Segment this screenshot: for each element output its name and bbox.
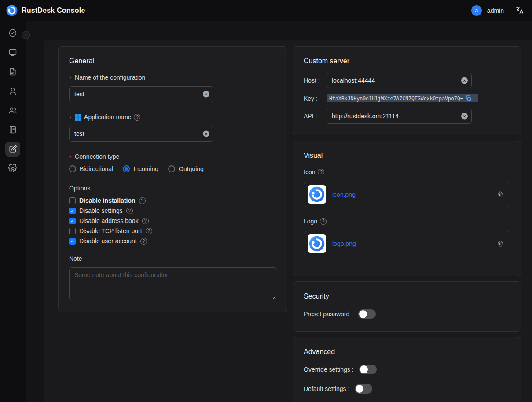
brand: RustDesk Console	[6, 5, 85, 16]
checkbox-disable-settings[interactable]: Disable settings	[69, 207, 276, 214]
icon-file-link[interactable]: icon.png	[332, 191, 356, 198]
api-label: API :	[304, 113, 327, 120]
checkbox-icon	[69, 228, 76, 234]
preset-password-toggle[interactable]	[358, 309, 376, 319]
note-textarea[interactable]	[69, 267, 276, 300]
key-label: Key :	[304, 95, 327, 102]
dashboard-icon	[8, 29, 17, 37]
clear-api-icon[interactable]	[461, 113, 468, 120]
connection-type-label: Connection type	[69, 153, 276, 160]
name-config-input[interactable]	[69, 86, 213, 102]
override-settings-toggle[interactable]	[359, 365, 377, 374]
sidebar-item-documents[interactable]	[5, 64, 20, 79]
options-list: Disable installation Disable settings Di…	[69, 197, 276, 245]
clear-name-icon[interactable]	[203, 91, 209, 98]
sidebar-expand-button[interactable]	[22, 31, 30, 39]
security-title: Security	[304, 292, 510, 300]
default-settings-label: Default settings :	[304, 385, 349, 392]
avatar[interactable]: a	[471, 5, 482, 16]
logo-thumbnail	[308, 234, 326, 253]
logo-file-box: logo.png	[304, 231, 510, 256]
sidebar-item-custom-clients[interactable]	[5, 142, 20, 157]
radio-icon	[168, 165, 175, 172]
edit-icon	[8, 145, 17, 153]
disable-user-account-help-icon[interactable]	[140, 238, 147, 245]
groups-icon	[8, 106, 17, 115]
main-content: General Name of the configuration	[26, 21, 532, 402]
delete-logo-trash-icon[interactable]	[497, 240, 504, 247]
content-panel: General Name of the configuration	[44, 40, 532, 402]
key-field: HtaXBkJNHyn0e1U1jWXze7A7CN7QTGWqxkOtpaVp…	[327, 94, 478, 102]
user-icon	[8, 87, 17, 95]
sidebar-item-dashboard[interactable]	[5, 26, 20, 40]
checkbox-disable-address-book[interactable]: Disable address book	[69, 217, 276, 224]
disable-address-book-help-icon[interactable]	[142, 218, 149, 224]
application-name-input[interactable]	[69, 126, 213, 142]
default-settings-toggle[interactable]	[355, 384, 372, 394]
key-value: HtaXBkJNHyn0e1U1jWXze7A7CN7QTGWqxkOtpaVp…	[329, 95, 463, 102]
sidebar-item-settings[interactable]	[5, 161, 20, 176]
translate-icon[interactable]	[515, 6, 524, 15]
radio-icon	[69, 165, 76, 172]
clear-application-name-icon[interactable]	[203, 131, 209, 137]
checkbox-disable-tcp-listen-port[interactable]: Disable TCP listen port	[69, 227, 276, 234]
icon-file-box: icon.png	[304, 182, 510, 207]
radio-bidirectional[interactable]: Bidirectional	[69, 165, 113, 172]
icon-label: Icon	[304, 168, 510, 175]
override-settings-label: Override settings :	[304, 366, 354, 373]
host-label: Host :	[304, 77, 327, 84]
preset-password-label: Preset password :	[304, 311, 353, 318]
username[interactable]: admin	[487, 7, 504, 14]
rustdesk-logo-icon	[6, 5, 18, 16]
copy-key-icon[interactable]	[465, 95, 472, 102]
radio-icon	[123, 165, 130, 172]
radio-label: Outgoing	[179, 165, 204, 172]
logo-file-link[interactable]: logo.png	[332, 240, 356, 247]
radio-incoming[interactable]: Incoming	[123, 165, 158, 172]
checkbox-icon	[69, 208, 76, 214]
checkbox-label: Disable address book	[79, 217, 139, 224]
checkbox-label: Disable settings	[79, 207, 123, 214]
logo-help-icon[interactable]	[320, 218, 327, 225]
application-name-label: Application name	[69, 113, 276, 121]
app-title: RustDesk Console	[22, 7, 85, 15]
icon-thumbnail	[308, 185, 326, 204]
checkbox-icon	[69, 197, 76, 204]
monitor-icon	[8, 48, 17, 57]
disable-installation-help-icon[interactable]	[139, 197, 146, 204]
name-config-label: Name of the configuration	[69, 74, 276, 81]
api-input[interactable]	[327, 109, 472, 124]
visual-card: Visual Icon icon.png	[293, 141, 521, 276]
custom-server-title: Custom server	[304, 57, 510, 65]
sidebar-item-users[interactable]	[5, 84, 20, 99]
sidebar-item-devices[interactable]	[5, 45, 20, 60]
advanced-title: Advanced	[304, 348, 510, 356]
visual-title: Visual	[304, 152, 510, 160]
host-input[interactable]	[327, 73, 472, 88]
logo-label: Logo	[304, 218, 510, 225]
disable-tcp-listen-port-help-icon[interactable]	[146, 228, 152, 234]
clear-host-icon[interactable]	[461, 77, 468, 84]
sidebar	[0, 21, 26, 402]
top-bar: RustDesk Console a admin	[0, 0, 532, 21]
icon-help-icon[interactable]	[318, 169, 324, 175]
checkbox-disable-installation[interactable]: Disable installation	[69, 197, 276, 204]
checkbox-disable-user-account[interactable]: Disable user account	[69, 238, 276, 245]
note-label: Note	[69, 255, 276, 262]
application-name-help-icon[interactable]	[134, 114, 140, 121]
checkbox-label: Disable TCP listen port	[79, 227, 142, 234]
delete-icon-trash-icon[interactable]	[497, 191, 504, 198]
checkbox-icon	[69, 238, 76, 245]
windows-icon	[75, 114, 81, 121]
document-icon	[8, 67, 17, 76]
disable-settings-help-icon[interactable]	[126, 208, 133, 214]
sidebar-item-groups[interactable]	[5, 103, 20, 118]
radio-label: Incoming	[133, 165, 158, 172]
log-book-icon	[8, 125, 17, 134]
radio-label: Bidirectional	[80, 165, 113, 172]
radio-outgoing[interactable]: Outgoing	[168, 165, 204, 172]
checkbox-label: Disable user account	[79, 238, 137, 245]
options-label: Options	[69, 185, 276, 192]
sidebar-item-logs[interactable]	[5, 122, 20, 137]
general-title: General	[69, 57, 276, 65]
